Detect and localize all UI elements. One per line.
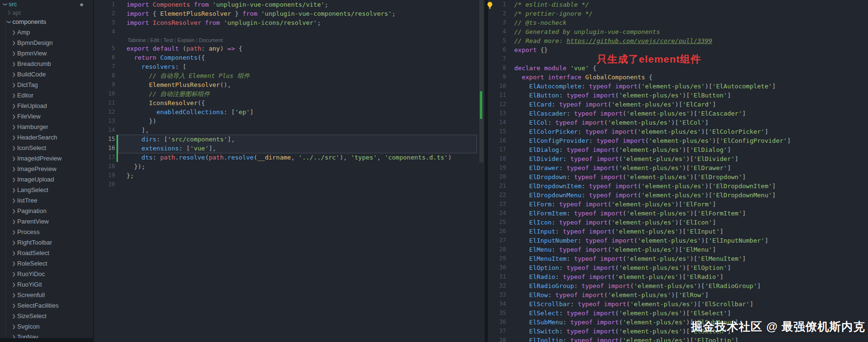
sidebar-item-ruoyidoc[interactable]: ❯RuoYiDoc bbox=[0, 269, 93, 279]
codelens-tabnine[interactable]: Tabnine bbox=[127, 37, 146, 43]
code-line[interactable]: 35 ElSelect: typeof import('element-plus… bbox=[488, 309, 868, 318]
sidebar-item-roleselect[interactable]: ❯RoleSelect bbox=[0, 258, 93, 269]
code-line[interactable]: 38 ElTooltip: typeof import('element-plu… bbox=[488, 336, 868, 342]
sidebar-item-breadcrumb[interactable]: ❯Breadcrumb bbox=[0, 59, 93, 69]
sidebar-item-imageidpreview[interactable]: ❯ImageIdPreview bbox=[0, 153, 93, 164]
code-line[interactable]: 16 ElConfigProvider: typeof import('elem… bbox=[488, 136, 868, 145]
sidebar-item-bpmnview[interactable]: ❯BpmnView bbox=[0, 48, 93, 59]
code-line[interactable]: 5// Read more: https://github.com/vuejs/… bbox=[488, 36, 868, 45]
code-line[interactable]: 7 resolvers: [ bbox=[94, 62, 485, 71]
code-line[interactable]: 6 return Components({ bbox=[94, 53, 485, 62]
codelens-test[interactable]: Test bbox=[163, 37, 173, 43]
sidebar-folder-components[interactable]: ❯ components bbox=[0, 17, 93, 27]
sidebar-item-righttoolbar[interactable]: ❯RightToolbar bbox=[0, 237, 93, 248]
code-line[interactable]: 14 ElCol: typeof import('element-plus/es… bbox=[488, 118, 868, 127]
sidebar-item-hamburger[interactable]: ❯Hamburger bbox=[0, 122, 93, 132]
code-line[interactable]: 28 ElMenu: typeof import('element-plus/e… bbox=[488, 245, 868, 254]
code-line[interactable]: 9 ElementPlusResolver(), bbox=[94, 80, 485, 89]
sidebar-item-ruoyigit[interactable]: ❯RuoYiGit bbox=[0, 279, 93, 290]
sidebar-item-iconselect[interactable]: ❯IconSelect bbox=[0, 143, 93, 153]
code-line[interactable]: 19}; bbox=[94, 171, 485, 180]
codelens-document[interactable]: Document bbox=[199, 37, 223, 43]
code-line[interactable]: 19 ElDrawer: typeof import('element-plus… bbox=[488, 163, 868, 172]
code-line[interactable]: 4// Generated by unplugin-vue-components bbox=[488, 27, 868, 36]
sidebar-item-pagination[interactable]: ❯Pagination bbox=[0, 206, 93, 216]
sidebar-item-buildcode[interactable]: ❯BuildCode bbox=[0, 69, 93, 80]
editor-vite-config[interactable]: 1import Components from 'unplugin-vue-co… bbox=[94, 0, 485, 342]
sidebar-item-fileupload[interactable]: ❯FileUpload bbox=[0, 101, 93, 111]
sidebar-item-parentview[interactable]: ❯ParentView bbox=[0, 216, 93, 227]
editor-split-divider[interactable] bbox=[485, 0, 488, 342]
sidebar-folder-src[interactable]: ❯ src bbox=[0, 0, 93, 9]
scrollbar-thumb[interactable] bbox=[479, 0, 484, 162]
chevron-right-icon: ❯ bbox=[11, 69, 17, 80]
code-line[interactable]: 32 ElRadioGroup: typeof import('element-… bbox=[488, 281, 868, 290]
code-line[interactable]: 18 ElDivider: typeof import('element-plu… bbox=[488, 154, 868, 163]
code-line[interactable]: 29 ElMenuItem: typeof import('element-pl… bbox=[488, 254, 868, 263]
sidebar-item-label: BpmnDesign bbox=[17, 38, 53, 48]
sidebar-item-roadselect[interactable]: ❯RoadSelect bbox=[0, 248, 93, 258]
code-line[interactable]: 11 IconsResolver({ bbox=[94, 98, 485, 107]
code-line[interactable]: 15 dirs: ['src/components'], bbox=[94, 135, 485, 144]
code-line[interactable]: 21 ElDropdownItem: typeof import('elemen… bbox=[488, 182, 868, 191]
code-line[interactable]: 9 export interface GlobalComponents { bbox=[488, 73, 868, 82]
code-line[interactable]: 5export default (path: any) => { bbox=[94, 44, 485, 53]
code-line[interactable]: 2import { ElementPlusResolver } from 'un… bbox=[94, 9, 485, 18]
code-line[interactable]: 12 enabledCollections: ['ep'] bbox=[94, 107, 485, 117]
code-line[interactable]: 15 ElColorPicker: typeof import('element… bbox=[488, 127, 868, 136]
code-line[interactable]: 17 ElDialog: typeof import('element-plus… bbox=[488, 145, 868, 154]
code-line[interactable]: 31 ElRadio: typeof import('element-plus/… bbox=[488, 272, 868, 281]
vertical-scrollbar[interactable] bbox=[478, 0, 485, 342]
sidebar-item-imageupload[interactable]: ❯ImageUpload bbox=[0, 174, 93, 185]
code-line[interactable]: 18 }); bbox=[94, 162, 485, 171]
code-line[interactable]: 20 bbox=[94, 180, 485, 189]
sidebar-item-selectfacilities[interactable]: ❯SelectFacilities bbox=[0, 300, 93, 311]
codelens-edit[interactable]: Edit bbox=[150, 37, 159, 43]
code-line[interactable]: 12 ElCard: typeof import('element-plus/e… bbox=[488, 100, 868, 109]
code-line[interactable]: 11 ElButton: typeof import('element-plus… bbox=[488, 91, 868, 100]
code-line[interactable]: 27 ElInputNumber: typeof import('element… bbox=[488, 236, 868, 245]
code-line[interactable]: 10 // 自动注册图标组件 bbox=[94, 89, 485, 98]
code-line[interactable]: 24 ElFormItem: typeof import('element-pl… bbox=[488, 209, 868, 218]
code-line[interactable]: 8 // 自动导入 Element Plus 组件 bbox=[94, 71, 485, 80]
sidebar-item-svgicon[interactable]: ❯SvgIcon bbox=[0, 321, 93, 332]
code-line[interactable]: 22 ElDropdownMenu: typeof import('elemen… bbox=[488, 191, 868, 200]
code-line[interactable]: 10 ElAutocomplete: typeof import('elemen… bbox=[488, 82, 868, 91]
code-line[interactable]: 3import IconsResolver from 'unplugin-ico… bbox=[94, 18, 485, 27]
code-line[interactable]: 13 ElCascader: typeof import('element-pl… bbox=[488, 109, 868, 118]
code-line[interactable]: 33 ElRow: typeof import('element-plus/es… bbox=[488, 290, 868, 299]
code-line[interactable]: 20 ElDropdown: typeof import('element-pl… bbox=[488, 172, 868, 182]
sidebar-item-screenfull[interactable]: ❯Screenfull bbox=[0, 290, 93, 300]
codelens-explain[interactable]: Explain bbox=[177, 37, 194, 43]
code-line[interactable]: 26 ElInput: typeof import('element-plus/… bbox=[488, 227, 868, 236]
sidebar-folder-api[interactable]: ❯ api bbox=[0, 9, 93, 17]
code-line[interactable]: 4 bbox=[94, 27, 485, 36]
sidebar-item-sizeselect[interactable]: ❯SizeSelect bbox=[0, 311, 93, 321]
code-line[interactable]: 14 ], bbox=[94, 126, 485, 135]
sidebar-item-amp[interactable]: ❯Amp bbox=[0, 27, 93, 38]
code-line[interactable]: 23 ElForm: typeof import('element-plus/e… bbox=[488, 200, 868, 209]
sidebar-item-imagepreview[interactable]: ❯ImagePreview bbox=[0, 164, 93, 174]
sidebar-item-headersearch[interactable]: ❯HeaderSearch bbox=[0, 132, 93, 143]
code-line[interactable]: 16 extensions: ['vue'], bbox=[94, 144, 485, 153]
code-line[interactable]: 2/* prettier-ignore */ bbox=[488, 9, 868, 18]
code-line[interactable]: 1import Components from 'unplugin-vue-co… bbox=[94, 0, 485, 9]
sidebar-item-langselect[interactable]: ❯LangSelect bbox=[0, 185, 93, 195]
sidebar-item-dicttag[interactable]: ❯DictTag bbox=[0, 80, 93, 90]
code-line[interactable]: 25 ElIcon: typeof import('element-plus/e… bbox=[488, 218, 868, 227]
sidebar-item-listtree[interactable]: ❯listTree bbox=[0, 195, 93, 206]
code-line[interactable]: 17 dts: path.resolve(path.resolve(__dirn… bbox=[94, 153, 485, 162]
code-line[interactable]: 30 ElOption: typeof import('element-plus… bbox=[488, 263, 868, 272]
sidebar-item-bpmndesign[interactable]: ❯BpmnDesign bbox=[0, 38, 93, 48]
sidebar-scrollbar[interactable] bbox=[0, 338, 93, 342]
code-line[interactable]: 1/* eslint-disable */ bbox=[488, 0, 868, 9]
code-line[interactable]: 3// @ts-nocheck bbox=[488, 18, 868, 27]
sidebar-item-editor[interactable]: ❯Editor bbox=[0, 90, 93, 101]
code-line[interactable]: 34 ElScrollbar: typeof import('element-p… bbox=[488, 299, 868, 309]
sidebar-item-fileview[interactable]: ❯FileView bbox=[0, 111, 93, 122]
code-line[interactable]: 13 }) bbox=[94, 117, 485, 126]
sidebar-item-process[interactable]: ❯Process bbox=[0, 227, 93, 237]
editor-components-dts[interactable]: 1/* eslint-disable */2/* prettier-ignore… bbox=[488, 0, 868, 342]
token: 'element-plus/es' bbox=[619, 264, 682, 271]
lightbulb-icon[interactable] bbox=[486, 1, 494, 9]
